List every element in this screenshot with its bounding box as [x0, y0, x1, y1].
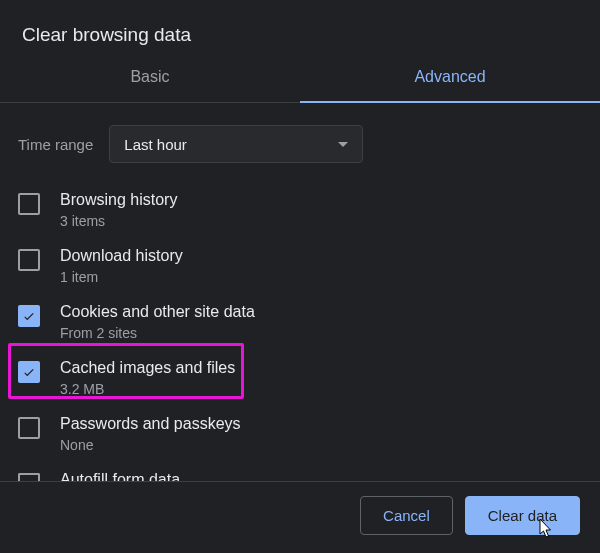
checkbox[interactable]: [18, 305, 40, 327]
option-sub: 3 items: [60, 213, 177, 229]
check-icon: [22, 365, 36, 379]
checkbox[interactable]: [18, 361, 40, 383]
tab-label: Basic: [130, 68, 169, 85]
option-text: Browsing history 3 items: [60, 189, 177, 229]
tab-advanced[interactable]: Advanced: [300, 54, 600, 102]
option-label: Browsing history: [60, 189, 177, 211]
time-range-row: Time range Last hour: [0, 103, 600, 181]
option-text: Cookies and other site data From 2 sites: [60, 301, 255, 341]
option-text: Passwords and passkeys None: [60, 413, 241, 453]
option-label: Cookies and other site data: [60, 301, 255, 323]
checkbox[interactable]: [18, 249, 40, 271]
clear-data-button[interactable]: Clear data: [465, 496, 580, 535]
option-text: Download history 1 item: [60, 245, 183, 285]
option-label: Passwords and passkeys: [60, 413, 241, 435]
option-cached-images: Cached images and files 3.2 MB: [0, 349, 600, 405]
options-list: Browsing history 3 items Download histor…: [0, 181, 600, 485]
option-download-history: Download history 1 item: [0, 237, 600, 293]
option-label: Download history: [60, 245, 183, 267]
time-range-label: Time range: [18, 136, 93, 153]
dialog-title: Clear browsing data: [0, 0, 600, 54]
option-sub: From 2 sites: [60, 325, 255, 341]
time-range-select[interactable]: Last hour: [109, 125, 363, 163]
option-browsing-history: Browsing history 3 items: [0, 181, 600, 237]
check-icon: [22, 309, 36, 323]
tabs: Basic Advanced: [0, 54, 600, 103]
option-text: Cached images and files 3.2 MB: [60, 357, 235, 397]
option-sub: 1 item: [60, 269, 183, 285]
tab-label: Advanced: [414, 68, 485, 85]
option-cookies: Cookies and other site data From 2 sites: [0, 293, 600, 349]
caret-down-icon: [338, 142, 348, 147]
checkbox[interactable]: [18, 193, 40, 215]
dialog-footer: Cancel Clear data: [0, 481, 600, 553]
clear-browsing-data-dialog: Clear browsing data Basic Advanced Time …: [0, 0, 600, 553]
time-range-value: Last hour: [124, 136, 187, 153]
checkbox[interactable]: [18, 417, 40, 439]
tab-basic[interactable]: Basic: [0, 54, 300, 102]
option-label: Cached images and files: [60, 357, 235, 379]
option-sub: None: [60, 437, 241, 453]
option-sub: 3.2 MB: [60, 381, 235, 397]
option-passwords: Passwords and passkeys None: [0, 405, 600, 461]
cancel-button[interactable]: Cancel: [360, 496, 453, 535]
